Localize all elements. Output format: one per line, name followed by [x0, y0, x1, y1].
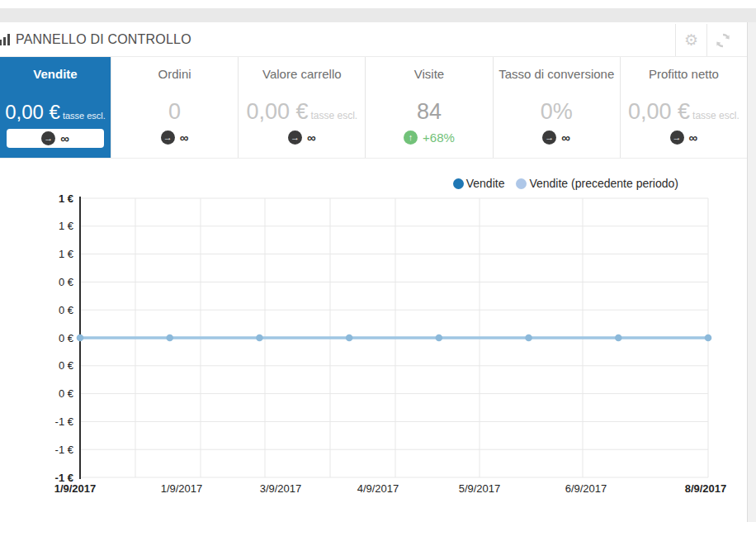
- kpi-tile-value-suffix: tasse escl.: [63, 111, 106, 121]
- arrow-up-icon: ↑: [404, 131, 418, 145]
- kpi-tile-infinity-link[interactable]: →∞: [7, 129, 104, 148]
- y-axis-tick-label: 0 €: [59, 304, 74, 316]
- page-title: PANNELLO DI CONTROLLO: [16, 32, 191, 47]
- arrow-right-icon: →: [670, 131, 684, 145]
- arrow-right-icon: →: [161, 131, 175, 145]
- kpi-tile-value: 0,00 €tasse escl.: [5, 102, 106, 122]
- infinity-label: ∞: [307, 131, 316, 145]
- kpi-tile-infinity-link[interactable]: →∞: [161, 131, 189, 145]
- kpi-tile-value: 0%: [541, 101, 573, 123]
- kpi-tile-label: Visite: [414, 67, 444, 81]
- kpi-tile-label: Vendite: [33, 67, 77, 81]
- y-axis-tick-label: -1 €: [55, 444, 74, 456]
- y-axis-tick-label: 0 €: [59, 387, 74, 400]
- refresh-button[interactable]: [706, 24, 738, 56]
- y-axis-tick-label: 1 €: [59, 220, 74, 232]
- infinity-label: ∞: [180, 131, 189, 145]
- arrow-right-icon: →: [288, 131, 302, 145]
- kpi-tile-infinity-link[interactable]: →∞: [288, 131, 316, 145]
- data-point[interactable]: [346, 335, 353, 342]
- kpi-tile-label: Valore carrello: [262, 67, 342, 81]
- x-axis-tick-label: 1/9/2017: [161, 482, 203, 495]
- data-point[interactable]: [256, 335, 263, 342]
- data-point[interactable]: [166, 335, 173, 342]
- kpi-tile-value-suffix: tasse escl.: [310, 110, 357, 121]
- kpi-tile-label: Ordini: [158, 67, 191, 81]
- y-axis-tick-label: 1 €: [59, 248, 74, 260]
- kpi-tile-tasso-di-conversione[interactable]: Tasso di conversione0%→∞: [494, 57, 621, 158]
- x-axis-tick-label: 3/9/2017: [260, 482, 302, 495]
- x-axis-tick-label: 1/9/2017: [54, 482, 97, 495]
- x-axis-tick-label: 4/9/2017: [357, 482, 399, 495]
- y-axis-tick-label: 1 €: [59, 192, 73, 205]
- legend-dot-icon: [516, 178, 527, 189]
- sales-line-chart[interactable]: 1 €1 €1 €0 €0 €0 €0 €0 €-1 €-1 €-1 €1/9/…: [0, 188, 756, 519]
- data-point[interactable]: [436, 335, 443, 342]
- page-header: PANNELLO DI CONTROLLO ⚙: [0, 22, 747, 56]
- kpi-tile-value: 84: [417, 101, 442, 123]
- kpi-tile-label: Tasso di conversione: [498, 67, 614, 81]
- kpi-tile-trend[interactable]: ↑+68%: [404, 131, 455, 145]
- arrow-right-icon: →: [542, 131, 556, 145]
- data-point[interactable]: [705, 335, 712, 342]
- kpi-tiles: Vendite0,00 €tasse escl.→∞Ordini0→∞Valor…: [0, 56, 747, 159]
- x-axis-tick-label: 8/9/2017: [685, 482, 727, 495]
- kpi-tile-valore-carrello[interactable]: Valore carrello0,00 €tasse escl.→∞: [239, 57, 366, 158]
- y-axis-tick-label: 0 €: [59, 359, 74, 372]
- y-axis-tick-label: 0 €: [59, 332, 74, 344]
- header-actions: ⚙: [675, 24, 738, 56]
- infinity-label: ∞: [561, 131, 570, 145]
- kpi-tile-visite[interactable]: Visite84↑+68%: [366, 57, 493, 158]
- kpi-tile-label: Profitto netto: [649, 67, 719, 81]
- kpi-tile-value: 0: [168, 101, 181, 123]
- infinity-label: ∞: [689, 131, 698, 145]
- legend-dot-icon: [453, 178, 464, 189]
- dashboard-settings-button[interactable]: ⚙: [675, 24, 706, 56]
- kpi-tile-value-suffix: tasse escl.: [692, 110, 739, 121]
- x-axis-tick-label: 5/9/2017: [459, 482, 501, 495]
- data-point[interactable]: [525, 335, 532, 342]
- y-axis-tick-label: -1 €: [55, 415, 74, 428]
- refresh-icon: [715, 32, 731, 49]
- kpi-tile-ordini[interactable]: Ordini0→∞: [111, 57, 239, 158]
- kpi-tile-infinity-link[interactable]: →∞: [670, 131, 698, 145]
- y-axis-tick-label: 0 €: [59, 276, 74, 288]
- kpi-tile-value: 0,00 €tasse escl.: [246, 101, 357, 123]
- top-bar: [0, 8, 756, 22]
- kpi-tile-value: 0,00 €tasse escl.: [628, 101, 739, 123]
- data-point[interactable]: [77, 335, 84, 342]
- trend-value: +68%: [423, 131, 455, 145]
- gear-icon: ⚙: [684, 32, 698, 48]
- kpi-tile-infinity-link[interactable]: →∞: [542, 131, 570, 145]
- kpi-tile-vendite[interactable]: Vendite0,00 €tasse escl.→∞: [0, 57, 111, 158]
- data-point[interactable]: [615, 335, 622, 342]
- arrow-right-icon: →: [41, 131, 55, 145]
- kpi-tile-profitto-netto[interactable]: Profitto netto0,00 €tasse escl.→∞: [621, 57, 747, 158]
- x-axis-tick-label: 6/9/2017: [565, 482, 607, 495]
- infinity-label: ∞: [60, 131, 69, 145]
- bar-chart-icon: [1, 34, 10, 45]
